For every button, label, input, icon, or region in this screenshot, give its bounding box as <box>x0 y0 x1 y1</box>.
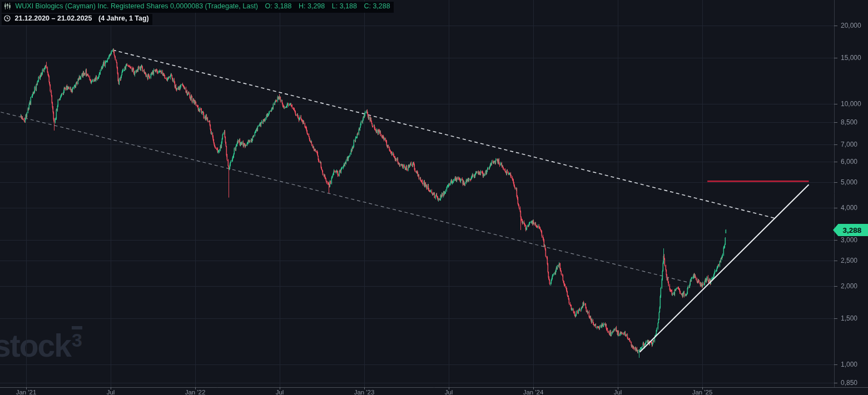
last-price-value: 3,288 <box>843 226 862 234</box>
price-axis-label: 1,000 <box>841 361 857 368</box>
price-axis-label: 4,000 <box>841 204 857 212</box>
price-chart-canvas[interactable] <box>0 0 868 395</box>
price-axis-label: 15,000 <box>841 54 861 62</box>
price-axis-label: 10,000 <box>841 100 861 108</box>
range-row: 21.12.2020 – 21.02.2025 (4 Jahre, 1 Tag) <box>2 13 394 25</box>
time-axis-label: Jul <box>445 388 453 395</box>
stock3-chart-app: stock3 WUXI Biologics (Cayman) Inc. Regi… <box>0 0 868 395</box>
time-axis-label: Jul <box>107 388 115 395</box>
time-axis-label: Jan '25 <box>692 388 713 395</box>
candlestick-chart-icon <box>4 3 11 12</box>
price-axis-label: 7,000 <box>841 141 857 148</box>
price-axis-label: 20,000 <box>841 22 861 29</box>
price-axis-label: 2,000 <box>841 282 857 290</box>
ohlc-open: O: 3,188 <box>265 2 292 10</box>
price-axis-label: 8,500 <box>841 118 857 126</box>
ohlc-close: C: 3,288 <box>364 2 390 10</box>
interval-label: (4 Jahre, 1 Tag) <box>98 14 149 22</box>
price-axis-label: 6,000 <box>841 158 857 166</box>
last-price-badge: 3,288 <box>833 224 868 236</box>
clock-icon <box>4 15 11 24</box>
price-axis-label: 5,000 <box>841 178 857 186</box>
date-range-label: 21.12.2020 – 21.02.2025 <box>14 14 92 22</box>
time-axis-label: Jan '23 <box>354 388 375 395</box>
ohlc-low: L: 3,188 <box>332 2 357 10</box>
ohlc-high: H: 3,298 <box>299 2 325 10</box>
time-axis-label: Jul <box>614 388 622 395</box>
price-axis-label: 2,500 <box>841 257 857 264</box>
time-axis-label: Jul <box>276 388 284 395</box>
price-axis-label: 1,500 <box>841 314 857 322</box>
time-axis-label: Jan '24 <box>523 388 544 395</box>
time-axis-label: Jan '22 <box>185 388 206 395</box>
chart-legend: WUXI Biologics (Cayman) Inc. Registered … <box>2 1 394 26</box>
instrument-title: WUXI Biologics (Cayman) Inc. Registered … <box>15 2 258 10</box>
price-axis-label: 3,000 <box>841 236 857 244</box>
price-axis-label: 0,850 <box>841 379 857 387</box>
time-axis-label: Jan '21 <box>16 388 37 395</box>
instrument-row: WUXI Biologics (Cayman) Inc. Registered … <box>2 1 394 13</box>
